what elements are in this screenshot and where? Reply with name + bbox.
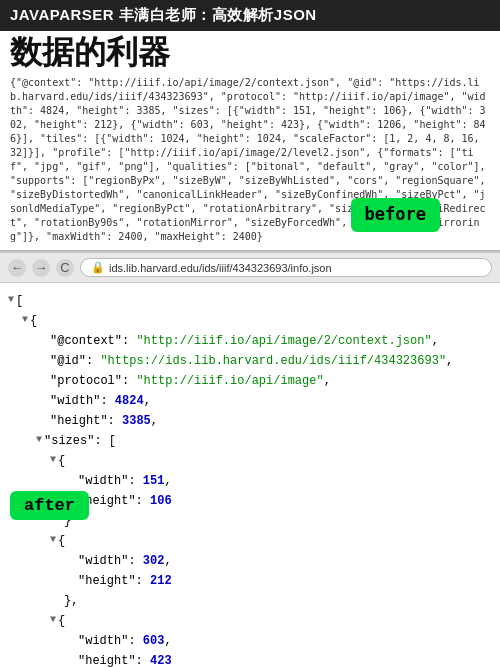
json-id-line: "@id": "https://ids.lib.harvard.edu/ids/… (0, 351, 500, 371)
json-size1-open: { (0, 531, 500, 551)
after-badge: after (10, 491, 89, 520)
before-section: JAVAPARSER 丰满白老师：高效解析JSON 数据的利器 {"@conte… (0, 0, 500, 250)
json-height-line: "height": 3385, (0, 411, 500, 431)
size0-caret[interactable] (50, 452, 56, 467)
sizes-caret[interactable] (36, 432, 42, 447)
json-size0-open: { (0, 451, 500, 471)
url-bar[interactable]: 🔒 ids.lib.harvard.edu/ids/iiif/434323693… (80, 258, 492, 277)
json-size2-height: "height": 423 (0, 651, 500, 667)
url-text: ids.lib.harvard.edu/ids/iiif/434323693/i… (109, 262, 332, 274)
root-caret[interactable] (8, 292, 14, 307)
json-width-line: "width": 4824, (0, 391, 500, 411)
json-viewer: [ { "@context": "http://iiif.io/api/imag… (0, 283, 500, 667)
obj-caret[interactable] (22, 312, 28, 327)
refresh-button[interactable]: C (56, 259, 74, 277)
lock-icon: 🔒 (91, 261, 105, 274)
json-size1-width: "width": 302, (0, 551, 500, 571)
json-preview-text: {"@context": "http://iiif.io/api/image/2… (0, 72, 500, 250)
back-icon: ← (11, 260, 24, 275)
size1-caret[interactable] (50, 532, 56, 547)
json-size2-open: { (0, 611, 500, 631)
json-root-bracket: [ (0, 291, 500, 311)
json-protocol-line: "protocol": "http://iiif.io/api/image", (0, 371, 500, 391)
json-context-line: "@context": "http://iiif.io/api/image/2/… (0, 331, 500, 351)
forward-button[interactable]: → (32, 259, 50, 277)
browser-bar: ← → C 🔒 ids.lib.harvard.edu/ids/iiif/434… (0, 253, 500, 283)
json-size1-close: }, (0, 591, 500, 611)
json-obj-open: { (0, 311, 500, 331)
json-size2-width: "width": 603, (0, 631, 500, 651)
refresh-icon: C (60, 260, 69, 275)
json-sizes-line: "sizes": [ (0, 431, 500, 451)
forward-icon: → (35, 260, 48, 275)
after-section: ← → C 🔒 ids.lib.harvard.edu/ids/iiif/434… (0, 252, 500, 667)
json-size0-width: "width": 151, (0, 471, 500, 491)
title-bar: JAVAPARSER 丰满白老师：高效解析JSON (0, 0, 500, 31)
back-button[interactable]: ← (8, 259, 26, 277)
json-size1-height: "height": 212 (0, 571, 500, 591)
before-badge: before (351, 198, 440, 232)
after-badge-container: "height": 106 } after (0, 491, 500, 531)
title-text: JAVAPARSER 丰满白老师：高效解析JSON (10, 6, 317, 23)
size2-caret[interactable] (50, 612, 56, 627)
chinese-heading: 数据的利器 (0, 31, 500, 72)
